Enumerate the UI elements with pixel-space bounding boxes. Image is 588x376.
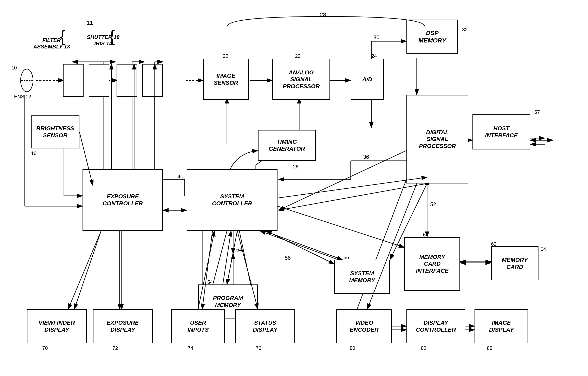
label-88: 88 — [487, 345, 492, 351]
lens-shape — [17, 68, 37, 93]
system-controller-block: SYSTEMCONTROLLER — [187, 169, 278, 231]
label-76: 76 — [256, 345, 261, 351]
lens-label: LENS 12 — [11, 94, 31, 100]
display-controller-block: DISPLAYCONTROLLER — [406, 309, 465, 343]
svg-line-69 — [278, 183, 427, 210]
exposure-display-block: EXPOSUREDISPLAY — [93, 309, 153, 343]
svg-line-74 — [260, 231, 338, 260]
brace-11: } — [60, 27, 65, 46]
svg-line-71 — [227, 231, 237, 284]
label-22: 22 — [295, 53, 301, 59]
shutter-label: SHUTTER 18IRIS 14 — [83, 34, 124, 47]
adc-block: A/D — [351, 59, 384, 100]
label-70: 70 — [42, 345, 48, 351]
label-54: 54 — [207, 279, 213, 285]
label-72: 72 — [112, 345, 118, 351]
memory-card-block: MEMORYCARD — [491, 246, 538, 280]
svg-line-52 — [68, 231, 101, 309]
shutter-block-1 — [117, 64, 137, 97]
svg-line-73 — [264, 231, 342, 260]
label-60: 60 — [423, 232, 428, 238]
svg-line-55 — [351, 179, 406, 326]
svg-line-47 — [266, 231, 334, 264]
viewfinder-display-block: VIEWFINDERDISPLAY — [27, 309, 87, 343]
exposure-controller-block: EXPOSURECONTROLLER — [83, 169, 163, 231]
system-memory-block: SYSTEMMEMORY — [334, 260, 390, 294]
user-inputs-block: USERINPUTS — [171, 309, 225, 343]
filter-assembly-label: FILTERASSEMBLY 13 — [31, 37, 72, 50]
shutter-block-2 — [142, 64, 163, 97]
label-16: 16 — [31, 150, 36, 156]
filter-block-1 — [63, 64, 84, 97]
svg-line-70 — [278, 177, 427, 198]
label-62: 62 — [491, 241, 497, 247]
lens-num: 10 — [11, 65, 17, 71]
brace-11b: } — [109, 27, 115, 46]
svg-line-72 — [223, 231, 231, 284]
svg-line-77 — [74, 231, 101, 309]
svg-text:52: 52 — [430, 201, 436, 207]
diagram: 30 50 36 38 40 — [0, 0, 588, 376]
label-20: 20 — [223, 53, 228, 59]
label-57: 57 — [534, 109, 540, 115]
status-display-block: STATUSDISPLAY — [235, 309, 295, 343]
label-11: 11 — [87, 20, 93, 26]
label-32: 32 — [462, 27, 468, 32]
svg-text:40: 40 — [177, 173, 183, 179]
memory-card-interface-block: MEMORYCARDINTERFACE — [404, 237, 460, 291]
label-26: 26 — [293, 164, 299, 170]
label-24: 24 — [371, 53, 377, 59]
label-80: 80 — [350, 345, 355, 351]
filter-block-2 — [89, 64, 109, 97]
label-28: 28 — [320, 11, 326, 18]
svg-text:36: 36 — [363, 154, 369, 160]
video-encoder-block: VIDEOENCODER — [336, 309, 392, 343]
dsp-block: DIGITALSIGNALPROCESSOR — [406, 95, 468, 183]
timing-generator-block: TIMINGGENERATOR — [258, 130, 316, 161]
svg-text:54: 54 — [236, 247, 242, 253]
svg-line-48 — [266, 231, 334, 264]
label-74: 74 — [188, 345, 193, 351]
svg-text:56: 56 — [285, 255, 291, 261]
svg-text:30: 30 — [374, 34, 379, 40]
host-interface-block: HOSTINTERFACE — [472, 115, 530, 149]
label-56: 56 — [343, 255, 349, 260]
label-64: 64 — [541, 246, 546, 252]
image-sensor-block: IMAGESENSOR — [203, 59, 249, 100]
label-82: 82 — [421, 345, 427, 351]
asp-block: ANALOGSIGNALPROCESSOR — [272, 59, 330, 100]
svg-line-75 — [278, 206, 404, 247]
image-display-block: IMAGEDISPLAY — [474, 309, 528, 343]
brightness-sensor-block: BRIGHTNESSSENSOR — [31, 115, 79, 148]
